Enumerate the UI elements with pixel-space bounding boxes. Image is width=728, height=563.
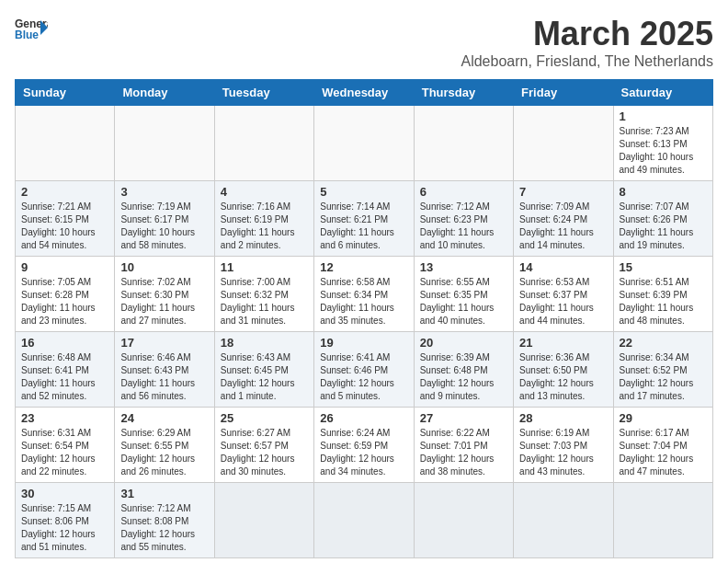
calendar-cell: 28Sunrise: 6:19 AM Sunset: 7:03 PM Dayli…: [514, 408, 613, 483]
calendar-cell: [314, 106, 414, 181]
calendar-cell: 6Sunrise: 7:12 AM Sunset: 6:23 PM Daylig…: [414, 181, 513, 257]
day-number: 3: [120, 185, 208, 199]
calendar-cell: 10Sunrise: 7:02 AM Sunset: 6:30 PM Dayli…: [115, 257, 214, 332]
calendar-cell: 8Sunrise: 7:07 AM Sunset: 6:26 PM Daylig…: [613, 181, 712, 257]
calendar-cell: [214, 106, 313, 181]
calendar-cell: 26Sunrise: 6:24 AM Sunset: 6:59 PM Dayli…: [314, 408, 414, 483]
calendar-cell: 30Sunrise: 7:15 AM Sunset: 8:06 PM Dayli…: [16, 483, 115, 558]
day-detail: Sunrise: 7:12 AM Sunset: 6:23 PM Dayligh…: [420, 201, 507, 252]
calendar-cell: [414, 483, 513, 558]
calendar-cell: 29Sunrise: 6:17 AM Sunset: 7:04 PM Dayli…: [613, 408, 712, 483]
day-number: 15: [620, 260, 707, 274]
calendar-cell: [16, 106, 115, 181]
day-number: 27: [420, 411, 507, 425]
day-detail: Sunrise: 7:21 AM Sunset: 6:15 PM Dayligh…: [21, 201, 108, 252]
day-detail: Sunrise: 7:23 AM Sunset: 6:13 PM Dayligh…: [620, 125, 707, 177]
day-detail: Sunrise: 6:17 AM Sunset: 7:04 PM Dayligh…: [620, 427, 707, 478]
calendar-cell: 9Sunrise: 7:05 AM Sunset: 6:28 PM Daylig…: [16, 257, 115, 332]
calendar-cell: [314, 483, 414, 558]
day-number: 30: [21, 487, 108, 500]
day-detail: Sunrise: 6:29 AM Sunset: 6:55 PM Dayligh…: [120, 427, 208, 478]
day-number: 25: [221, 411, 308, 425]
calendar-cell: [115, 106, 214, 181]
calendar-cell: 15Sunrise: 6:51 AM Sunset: 6:39 PM Dayli…: [613, 257, 712, 332]
day-detail: Sunrise: 6:58 AM Sunset: 6:34 PM Dayligh…: [320, 276, 407, 327]
day-number: 31: [120, 487, 208, 500]
day-number: 29: [620, 411, 707, 425]
day-number: 10: [120, 260, 208, 274]
day-detail: Sunrise: 7:00 AM Sunset: 6:32 PM Dayligh…: [221, 276, 308, 327]
logo-icon: General Blue: [15, 15, 48, 40]
calendar-table: SundayMondayTuesdayWednesdayThursdayFrid…: [15, 79, 713, 558]
day-detail: Sunrise: 7:07 AM Sunset: 6:26 PM Dayligh…: [620, 201, 707, 252]
day-detail: Sunrise: 6:39 AM Sunset: 6:48 PM Dayligh…: [420, 351, 507, 403]
day-detail: Sunrise: 6:34 AM Sunset: 6:52 PM Dayligh…: [620, 351, 707, 403]
calendar-cell: [414, 106, 513, 181]
day-number: 17: [120, 336, 208, 350]
day-number: 7: [519, 185, 607, 199]
calendar-week-row: 30Sunrise: 7:15 AM Sunset: 8:06 PM Dayli…: [16, 483, 713, 558]
day-number: 20: [420, 336, 507, 350]
day-detail: Sunrise: 6:36 AM Sunset: 6:50 PM Dayligh…: [519, 351, 607, 403]
day-number: 16: [21, 336, 108, 350]
calendar-cell: 25Sunrise: 6:27 AM Sunset: 6:57 PM Dayli…: [214, 408, 313, 483]
location-subtitle: Aldeboarn, Friesland, The Netherlands: [461, 53, 713, 70]
weekday-header: Sunday: [16, 80, 115, 106]
logo: General Blue: [15, 15, 48, 40]
day-number: 1: [620, 109, 707, 123]
day-detail: Sunrise: 7:12 AM Sunset: 8:08 PM Dayligh…: [120, 502, 208, 554]
day-number: 13: [420, 260, 507, 274]
calendar-week-row: 23Sunrise: 6:31 AM Sunset: 6:54 PM Dayli…: [16, 408, 713, 483]
day-detail: Sunrise: 6:43 AM Sunset: 6:45 PM Dayligh…: [221, 351, 308, 403]
day-detail: Sunrise: 6:31 AM Sunset: 6:54 PM Dayligh…: [21, 427, 108, 478]
day-detail: Sunrise: 6:48 AM Sunset: 6:41 PM Dayligh…: [21, 351, 108, 403]
day-detail: Sunrise: 6:27 AM Sunset: 6:57 PM Dayligh…: [221, 427, 308, 478]
day-number: 11: [221, 260, 308, 274]
calendar-cell: [514, 483, 613, 558]
calendar-cell: 21Sunrise: 6:36 AM Sunset: 6:50 PM Dayli…: [514, 332, 613, 408]
day-detail: Sunrise: 6:46 AM Sunset: 6:43 PM Dayligh…: [120, 351, 208, 403]
day-number: 18: [221, 336, 308, 350]
weekday-header: Friday: [514, 80, 613, 106]
calendar-cell: [214, 483, 313, 558]
day-number: 21: [519, 336, 607, 350]
calendar-cell: 18Sunrise: 6:43 AM Sunset: 6:45 PM Dayli…: [214, 332, 313, 408]
day-number: 26: [320, 411, 407, 425]
calendar-cell: 19Sunrise: 6:41 AM Sunset: 6:46 PM Dayli…: [314, 332, 414, 408]
calendar-cell: 17Sunrise: 6:46 AM Sunset: 6:43 PM Dayli…: [115, 332, 214, 408]
day-number: 2: [21, 185, 108, 199]
calendar-cell: [613, 483, 712, 558]
day-number: 12: [320, 260, 407, 274]
calendar-cell: 31Sunrise: 7:12 AM Sunset: 8:08 PM Dayli…: [115, 483, 214, 558]
calendar-cell: 14Sunrise: 6:53 AM Sunset: 6:37 PM Dayli…: [514, 257, 613, 332]
day-detail: Sunrise: 6:55 AM Sunset: 6:35 PM Dayligh…: [420, 276, 507, 327]
day-number: 14: [519, 260, 607, 274]
day-number: 8: [620, 185, 707, 199]
title-block: March 2025 Aldeboarn, Friesland, The Net…: [461, 15, 713, 70]
day-number: 4: [221, 185, 308, 199]
day-number: 5: [320, 185, 407, 199]
day-detail: Sunrise: 6:24 AM Sunset: 6:59 PM Dayligh…: [320, 427, 407, 478]
day-detail: Sunrise: 7:16 AM Sunset: 6:19 PM Dayligh…: [221, 201, 308, 252]
calendar-cell: 5Sunrise: 7:14 AM Sunset: 6:21 PM Daylig…: [314, 181, 414, 257]
calendar-cell: 16Sunrise: 6:48 AM Sunset: 6:41 PM Dayli…: [16, 332, 115, 408]
day-detail: Sunrise: 7:14 AM Sunset: 6:21 PM Dayligh…: [320, 201, 407, 252]
weekday-header: Wednesday: [314, 80, 414, 106]
day-detail: Sunrise: 6:22 AM Sunset: 7:01 PM Dayligh…: [420, 427, 507, 478]
day-number: 24: [120, 411, 208, 425]
day-detail: Sunrise: 6:41 AM Sunset: 6:46 PM Dayligh…: [320, 351, 407, 403]
calendar-cell: [514, 106, 613, 181]
calendar-cell: 20Sunrise: 6:39 AM Sunset: 6:48 PM Dayli…: [414, 332, 513, 408]
calendar-week-row: 2Sunrise: 7:21 AM Sunset: 6:15 PM Daylig…: [16, 181, 713, 257]
calendar-cell: 27Sunrise: 6:22 AM Sunset: 7:01 PM Dayli…: [414, 408, 513, 483]
page-header: General Blue March 2025 Aldeboarn, Fries…: [15, 15, 713, 70]
day-number: 6: [420, 185, 507, 199]
day-detail: Sunrise: 7:19 AM Sunset: 6:17 PM Dayligh…: [120, 201, 208, 252]
day-detail: Sunrise: 7:02 AM Sunset: 6:30 PM Dayligh…: [120, 276, 208, 327]
day-detail: Sunrise: 7:09 AM Sunset: 6:24 PM Dayligh…: [519, 201, 607, 252]
calendar-cell: 1Sunrise: 7:23 AM Sunset: 6:13 PM Daylig…: [613, 106, 712, 181]
day-number: 9: [21, 260, 108, 274]
weekday-header: Tuesday: [214, 80, 313, 106]
calendar-header-row: SundayMondayTuesdayWednesdayThursdayFrid…: [16, 80, 713, 106]
calendar-cell: 24Sunrise: 6:29 AM Sunset: 6:55 PM Dayli…: [115, 408, 214, 483]
